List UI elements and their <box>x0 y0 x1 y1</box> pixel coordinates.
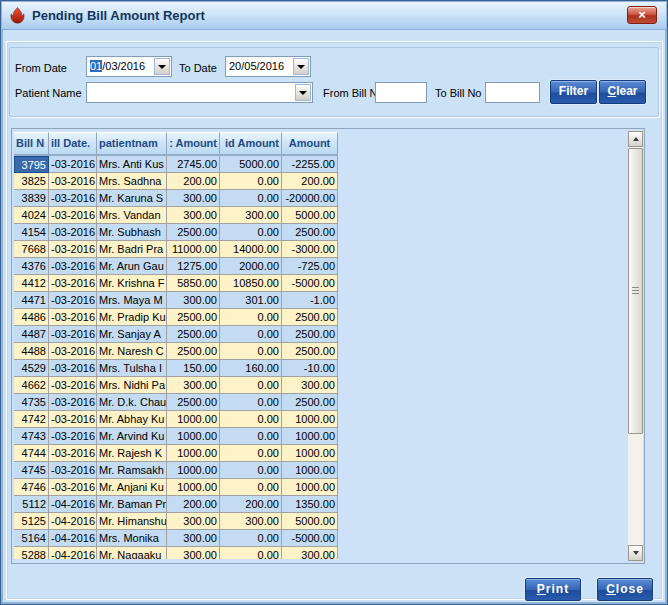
clear-button[interactable]: Clear <box>599 80 646 104</box>
grid-cell[interactable]: 4024 <box>14 207 49 224</box>
grid-cell[interactable]: -03-2016 <box>49 360 97 377</box>
grid-cell[interactable]: 4746 <box>14 479 49 496</box>
grid-cell[interactable]: 10850.00 <box>220 275 282 292</box>
grid-cell[interactable]: 2500.00 <box>167 343 220 360</box>
grid-cell[interactable]: Mr. Badri Pra <box>97 241 167 258</box>
grid-cell[interactable]: -03-2016 <box>49 275 97 292</box>
table-row[interactable]: 4486-03-2016Mr. Pradip Ku2500.000.002500… <box>14 309 338 326</box>
grid-cell[interactable]: 3839 <box>14 190 49 207</box>
grid-cell[interactable]: 4742 <box>14 411 49 428</box>
grid-cell[interactable]: -2255.00 <box>282 156 338 173</box>
scroll-down-button[interactable] <box>628 545 643 561</box>
table-row[interactable]: 4024-03-2016Mrs. Vandan300.00300.005000.… <box>14 207 338 224</box>
grid-cell[interactable]: 1000.00 <box>282 445 338 462</box>
grid-cell[interactable]: 2000.00 <box>220 258 282 275</box>
patient-name-combobox[interactable] <box>86 82 313 103</box>
grid-cell[interactable]: 200.00 <box>282 173 338 190</box>
grid-cell[interactable]: 0.00 <box>220 326 282 343</box>
grid-cell[interactable]: 5000.00 <box>282 513 338 530</box>
grid-cell[interactable]: 5125 <box>14 513 49 530</box>
grid-cell[interactable]: Mrs. Nidhi Pa <box>97 377 167 394</box>
table-row[interactable]: 5112-04-2016Mr. Baman Pr200.00200.001350… <box>14 496 338 513</box>
grid-cell[interactable]: 1000.00 <box>282 411 338 428</box>
grid-cell[interactable]: -03-2016 <box>49 156 97 173</box>
grid-cell[interactable]: 2745.00 <box>167 156 220 173</box>
grid-cell[interactable]: Mr. Sanjay A <box>97 326 167 343</box>
grid-cell[interactable]: 1000.00 <box>167 462 220 479</box>
grid-cell[interactable]: 160.00 <box>220 360 282 377</box>
app-icon[interactable] <box>9 7 26 24</box>
grid-cell[interactable]: 4488 <box>14 343 49 360</box>
grid-cell[interactable]: -03-2016 <box>49 462 97 479</box>
table-row[interactable]: 4735-03-2016Mr. D.k. Chau2500.000.002500… <box>14 394 338 411</box>
grid-cell[interactable]: -03-2016 <box>49 445 97 462</box>
grid-cell[interactable]: -03-2016 <box>49 309 97 326</box>
grid-cell[interactable]: 4376 <box>14 258 49 275</box>
grid-cell[interactable]: 4487 <box>14 326 49 343</box>
grid-cell[interactable]: 0.00 <box>220 190 282 207</box>
grid-cell[interactable]: -20000.00 <box>282 190 338 207</box>
grid-cell[interactable]: 300.00 <box>167 377 220 394</box>
grid-cell[interactable]: 200.00 <box>167 173 220 190</box>
grid-cell[interactable]: 1000.00 <box>167 411 220 428</box>
grid-cell[interactable]: Mr. Rajesh K <box>97 445 167 462</box>
grid-cell[interactable]: 300.00 <box>220 513 282 530</box>
grid-cell[interactable]: 0.00 <box>220 547 282 559</box>
close-window-button[interactable]: × <box>627 6 657 24</box>
grid-cell[interactable]: 3825 <box>14 173 49 190</box>
grid-cell[interactable]: Mrs. Monika <box>97 530 167 547</box>
grid-cell[interactable]: Mrs. Sadhna <box>97 173 167 190</box>
table-row[interactable]: 4487-03-2016Mr. Sanjay A2500.000.002500.… <box>14 326 338 343</box>
grid-cell[interactable]: 4744 <box>14 445 49 462</box>
grid-cell[interactable]: 4743 <box>14 428 49 445</box>
table-row[interactable]: 4662-03-2016Mrs. Nidhi Pa300.000.00300.0… <box>14 377 338 394</box>
table-row[interactable]: 3795-03-2016Mrs. Anti Kus2745.005000.00-… <box>14 156 338 173</box>
column-header-paid-amount[interactable]: id Amount <box>220 132 282 156</box>
to-date-picker[interactable]: 20/05/2016 <box>225 56 311 77</box>
grid-cell[interactable]: 5000.00 <box>220 156 282 173</box>
grid-cell[interactable]: 4662 <box>14 377 49 394</box>
table-row[interactable]: 4154-03-2016Mr. Subhash2500.000.002500.0… <box>14 224 338 241</box>
from-bill-input[interactable] <box>375 82 427 103</box>
grid-cell[interactable]: 300.00 <box>167 530 220 547</box>
grid-cell[interactable]: -03-2016 <box>49 479 97 496</box>
table-row[interactable]: 4746-03-2016Mr. Anjani Ku1000.000.001000… <box>14 479 338 496</box>
table-row[interactable]: 5164-04-2016Mrs. Monika300.000.00-5000.0… <box>14 530 338 547</box>
grid-cell[interactable]: -03-2016 <box>49 224 97 241</box>
from-date-picker[interactable]: 01/03/2016 <box>86 56 172 77</box>
grid-cell[interactable]: 200.00 <box>220 496 282 513</box>
grid-cell[interactable]: 0.00 <box>220 343 282 360</box>
scroll-up-button[interactable] <box>628 131 643 147</box>
grid-cell[interactable]: 2500.00 <box>167 224 220 241</box>
grid-cell[interactable]: 1000.00 <box>282 479 338 496</box>
grid-cell[interactable]: 5288 <box>14 547 49 559</box>
grid-cell[interactable]: 14000.00 <box>220 241 282 258</box>
grid-cell[interactable]: -10.00 <box>282 360 338 377</box>
from-date-dropdown-button[interactable] <box>154 58 170 75</box>
grid-cell[interactable]: -04-2016 <box>49 496 97 513</box>
grid-cell[interactable]: 1000.00 <box>282 462 338 479</box>
grid-cell[interactable]: 0.00 <box>220 462 282 479</box>
grid-cell[interactable]: Mrs. Tulsha I <box>97 360 167 377</box>
table-row[interactable]: 4743-03-2016Mr. Arvind Ku1000.000.001000… <box>14 428 338 445</box>
grid-cell[interactable]: 0.00 <box>220 445 282 462</box>
column-header-patientname[interactable]: patientnam <box>97 132 167 156</box>
grid-cell[interactable]: 1000.00 <box>167 428 220 445</box>
scrollbar-thumb[interactable] <box>628 148 643 434</box>
column-header-pending-amount[interactable]: Amount <box>282 132 338 156</box>
grid-cell[interactable]: 1000.00 <box>167 479 220 496</box>
grid-cell[interactable]: Mrs. Anti Kus <box>97 156 167 173</box>
grid-cell[interactable]: 4471 <box>14 292 49 309</box>
grid-cell[interactable]: -03-2016 <box>49 292 97 309</box>
grid-cell[interactable]: Mr. D.k. Chau <box>97 394 167 411</box>
grid-cell[interactable]: -04-2016 <box>49 530 97 547</box>
grid-cell[interactable]: 300.00 <box>167 513 220 530</box>
grid-cell[interactable]: 2500.00 <box>282 394 338 411</box>
grid-cell[interactable]: 1350.00 <box>282 496 338 513</box>
grid-cell[interactable]: 5164 <box>14 530 49 547</box>
grid-cell[interactable]: 7668 <box>14 241 49 258</box>
print-button[interactable]: Print <box>525 578 581 601</box>
grid-cell[interactable]: Mr. Anjani Ku <box>97 479 167 496</box>
grid-cell[interactable]: Mr. Pradip Ku <box>97 309 167 326</box>
grid-cell[interactable]: 1000.00 <box>167 445 220 462</box>
